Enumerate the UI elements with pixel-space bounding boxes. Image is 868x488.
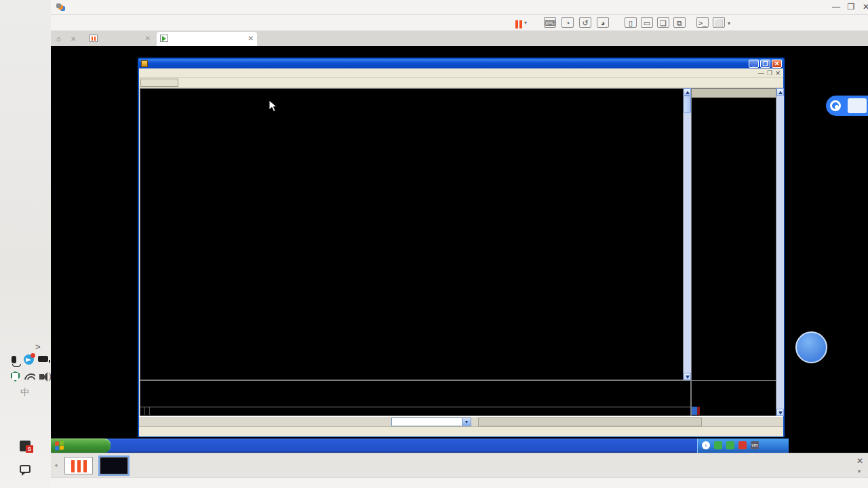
vm-thumbnail-winxp[interactable] — [100, 457, 128, 474]
start-button[interactable] — [51, 439, 111, 453]
fullscreen-icon[interactable]: ⬜ — [713, 17, 725, 28]
thumbbar-close-icon[interactable]: ✕ — [856, 456, 863, 466]
notification-center-icon[interactable] — [20, 465, 31, 473]
tray-expand-chevron[interactable]: > — [35, 342, 41, 352]
windows-flag-icon — [55, 441, 64, 450]
scroll-down-icon[interactable] — [684, 373, 691, 380]
netdisk-panel — [848, 98, 867, 113]
registers-scrollbar[interactable] — [776, 88, 784, 416]
vmware-logo-icon — [56, 3, 61, 8]
olly-statusbar — [139, 426, 783, 436]
ime-icon[interactable]: 中 — [20, 386, 29, 399]
vmware-menubar: ▾ ⌨ ◔ ↺ ◕ ▯ ▭ ❏ ⧉ >_ ⬜ ▾ — [51, 15, 868, 30]
microphone-icon[interactable] — [9, 355, 18, 364]
dump-pane[interactable] — [140, 380, 691, 416]
snapshot-manager-icon[interactable]: ◕ — [597, 17, 609, 28]
tab-windows7[interactable]: ✕ — [86, 32, 154, 46]
stack-comment — [697, 407, 700, 415]
thumbnail-bar-icon[interactable]: ▭ — [641, 17, 653, 28]
vm-paused-icon — [90, 35, 98, 42]
thumb-scroll-left-icon[interactable]: ◂ — [54, 462, 58, 468]
ollyice-titlebar[interactable]: _ ❐ ✕ — [139, 59, 783, 68]
messenger-icon[interactable] — [24, 354, 34, 365]
host-taskbar: > 中 — [0, 0, 51, 488]
disasm-scrollbar[interactable] — [684, 88, 691, 380]
tab-home[interactable]: ⌂ ✕ — [53, 32, 83, 46]
xp-system-tray: ‹ vm — [697, 439, 789, 453]
mdi-close-icon[interactable]: ✕ — [775, 70, 781, 77]
vmware-statusbar — [51, 477, 868, 488]
ollyice-app-icon — [141, 60, 148, 67]
netdisk-overlay[interactable] — [826, 96, 868, 116]
tab-close-icon[interactable]: ✕ — [248, 35, 254, 42]
collapse-tray-icon[interactable]: ‹ — [702, 441, 710, 449]
thumbbar-caret-icon[interactable]: ▾ — [858, 468, 861, 474]
maximize-button[interactable]: ❐ — [846, 2, 856, 12]
xp-taskbar: ‹ vm — [51, 439, 789, 453]
dump-row[interactable] — [140, 407, 690, 415]
snapshot-take-icon[interactable]: ◔ — [561, 17, 574, 28]
send-ctrl-alt-del-icon[interactable]: ⌨ — [544, 17, 556, 28]
recording-timer[interactable] — [795, 331, 827, 363]
chevron-down-icon[interactable]: ▼ — [462, 418, 471, 426]
tray-app3-icon[interactable] — [738, 441, 747, 449]
wifi-icon[interactable] — [24, 373, 35, 380]
app-notification-icon[interactable] — [20, 441, 31, 451]
command-input[interactable]: ▼ — [391, 418, 471, 426]
vmware-tabbar: ⌂ ✕ ✕ ✕ — [51, 30, 868, 46]
ollyice-toolbar — [139, 78, 783, 88]
ollyice-menubar: — ❐ ✕ — [139, 68, 783, 78]
mdi-restore-icon[interactable]: ❐ — [767, 70, 772, 77]
disassembly-pane[interactable] — [140, 88, 684, 380]
minimize-button[interactable]: — — [831, 2, 842, 12]
registers-pane[interactable] — [691, 88, 776, 416]
command-output-field — [478, 418, 702, 426]
cloud-icon — [830, 100, 841, 111]
vm-thumbnail-win7[interactable] — [64, 457, 93, 474]
unity-icon[interactable]: ⧉ — [673, 17, 686, 28]
ollyice-window: _ ❐ ✕ — ❐ ✕ — [138, 58, 785, 437]
library-panel-icon[interactable]: ▯ — [625, 17, 637, 28]
olly-maximize-button[interactable]: ❐ — [760, 60, 770, 68]
vmware-titlebar: — ❐ ✕ — [51, 0, 868, 15]
volume-icon[interactable] — [39, 372, 44, 380]
mdi-minimize-icon[interactable]: — — [758, 70, 764, 77]
tab-close-icon[interactable]: ✕ — [145, 35, 151, 42]
console-icon[interactable]: >_ — [696, 17, 709, 28]
scroll-thumb[interactable] — [684, 96, 691, 113]
olly-minimize-button[interactable]: _ — [749, 60, 759, 68]
olly-close-button[interactable]: ✕ — [772, 60, 782, 68]
stack-row[interactable] — [692, 407, 700, 415]
vm-running-icon — [160, 35, 168, 42]
home-icon: ⌂ — [56, 35, 64, 42]
snapshot-revert-icon[interactable]: ↺ — [579, 17, 591, 28]
defender-shield-icon[interactable] — [11, 371, 20, 382]
close-button[interactable]: ✕ — [861, 2, 868, 12]
dump-address — [140, 407, 145, 415]
scroll-up-icon[interactable] — [684, 88, 691, 96]
registers-header — [692, 89, 776, 98]
tray-app2-icon[interactable] — [726, 441, 734, 449]
screen: > 中 — ❐ ✕ ▾ ⌨ ◔ ↺ ◕ ▯ ▭ ❏ ⧉ >_ ⬜ ▾ — [0, 0, 868, 488]
vmware-tools-tray-icon[interactable]: vm — [751, 441, 759, 449]
tab-close-icon[interactable]: ✕ — [71, 35, 76, 43]
stack-pane[interactable] — [691, 380, 776, 416]
command-bar: ▼ — [139, 416, 783, 426]
mouse-cursor — [269, 100, 278, 113]
scroll-up-icon[interactable] — [776, 88, 784, 96]
scroll-down-icon[interactable] — [776, 409, 784, 416]
run-status-label — [140, 79, 178, 87]
battery-icon[interactable] — [38, 354, 48, 362]
tray-app1-icon[interactable] — [714, 441, 722, 449]
tab-windowsxp[interactable]: ✕ — [157, 32, 257, 46]
console-view-icon[interactable]: ❏ — [657, 17, 669, 28]
dump-ascii — [150, 407, 154, 415]
pause-button[interactable]: ▾ — [513, 17, 527, 28]
vm-thumbnail-bar: ◂ ✕ ▾ — [51, 453, 868, 477]
